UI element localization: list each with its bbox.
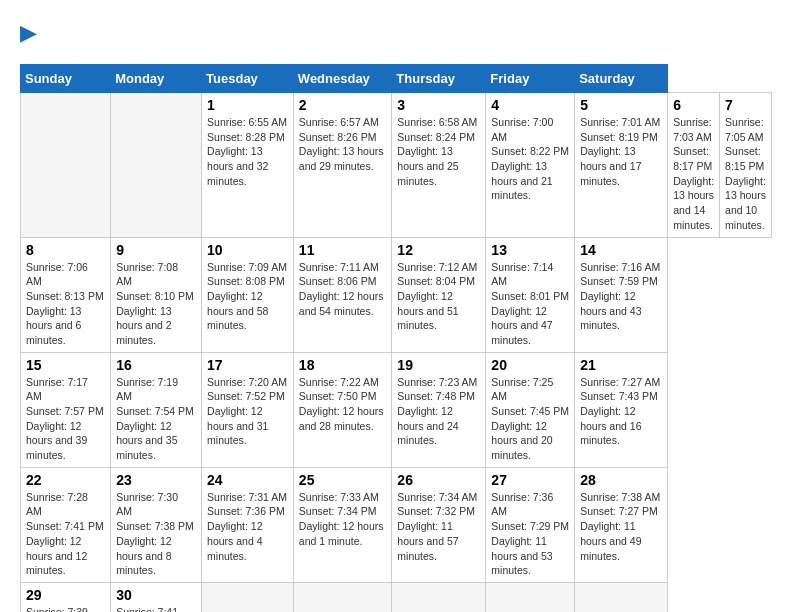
day-info: Sunrise: 7:41 AMSunset: 7:23 PMDaylight:… bbox=[116, 606, 194, 612]
calendar-day-cell bbox=[575, 582, 668, 612]
weekday-header-monday: Monday bbox=[111, 65, 202, 93]
day-number: 20 bbox=[491, 357, 569, 373]
calendar-day-cell: 10 Sunrise: 7:09 AMSunset: 8:08 PMDaylig… bbox=[202, 237, 294, 352]
logo: ▶ bbox=[20, 20, 52, 48]
day-info: Sunrise: 6:55 AMSunset: 8:28 PMDaylight:… bbox=[207, 116, 287, 187]
calendar-day-cell: 17 Sunrise: 7:20 AMSunset: 7:52 PMDaylig… bbox=[202, 352, 294, 467]
calendar-day-cell: 12 Sunrise: 7:12 AMSunset: 8:04 PMDaylig… bbox=[392, 237, 486, 352]
day-info: Sunrise: 7:14 AMSunset: 8:01 PMDaylight:… bbox=[491, 261, 569, 346]
day-info: Sunrise: 7:11 AMSunset: 8:06 PMDaylight:… bbox=[299, 261, 384, 317]
calendar-day-cell: 2 Sunrise: 6:57 AMSunset: 8:26 PMDayligh… bbox=[293, 93, 392, 238]
day-number: 1 bbox=[207, 97, 288, 113]
page-header: ▶ bbox=[20, 20, 772, 48]
calendar-day-cell: 13 Sunrise: 7:14 AMSunset: 8:01 PMDaylig… bbox=[486, 237, 575, 352]
day-number: 11 bbox=[299, 242, 387, 258]
calendar-day-cell: 5 Sunrise: 7:01 AMSunset: 8:19 PMDayligh… bbox=[575, 93, 668, 238]
day-info: Sunrise: 7:25 AMSunset: 7:45 PMDaylight:… bbox=[491, 376, 569, 461]
day-info: Sunrise: 7:08 AMSunset: 8:10 PMDaylight:… bbox=[116, 261, 194, 346]
day-info: Sunrise: 7:36 AMSunset: 7:29 PMDaylight:… bbox=[491, 491, 569, 576]
calendar-day-cell: 23 Sunrise: 7:30 AMSunset: 7:38 PMDaylig… bbox=[111, 467, 202, 582]
calendar-day-cell: 6 Sunrise: 7:03 AMSunset: 8:17 PMDayligh… bbox=[668, 93, 720, 238]
calendar-day-cell: 9 Sunrise: 7:08 AMSunset: 8:10 PMDayligh… bbox=[111, 237, 202, 352]
day-info: Sunrise: 7:01 AMSunset: 8:19 PMDaylight:… bbox=[580, 116, 660, 187]
calendar-week-row: 1 Sunrise: 6:55 AMSunset: 8:28 PMDayligh… bbox=[21, 93, 772, 238]
day-info: Sunrise: 7:28 AMSunset: 7:41 PMDaylight:… bbox=[26, 491, 104, 576]
day-info: Sunrise: 7:23 AMSunset: 7:48 PMDaylight:… bbox=[397, 376, 477, 447]
calendar-day-cell: 19 Sunrise: 7:23 AMSunset: 7:48 PMDaylig… bbox=[392, 352, 486, 467]
day-info: Sunrise: 7:20 AMSunset: 7:52 PMDaylight:… bbox=[207, 376, 287, 447]
day-number: 21 bbox=[580, 357, 662, 373]
day-info: Sunrise: 7:34 AMSunset: 7:32 PMDaylight:… bbox=[397, 491, 477, 562]
day-number: 6 bbox=[673, 97, 714, 113]
day-info: Sunrise: 6:58 AMSunset: 8:24 PMDaylight:… bbox=[397, 116, 477, 187]
day-info: Sunrise: 7:22 AMSunset: 7:50 PMDaylight:… bbox=[299, 376, 384, 432]
day-info: Sunrise: 7:31 AMSunset: 7:36 PMDaylight:… bbox=[207, 491, 287, 562]
day-number: 7 bbox=[725, 97, 766, 113]
calendar-table: SundayMondayTuesdayWednesdayThursdayFrid… bbox=[20, 64, 772, 612]
day-number: 17 bbox=[207, 357, 288, 373]
day-info: Sunrise: 7:09 AMSunset: 8:08 PMDaylight:… bbox=[207, 261, 287, 332]
calendar-day-cell: 11 Sunrise: 7:11 AMSunset: 8:06 PMDaylig… bbox=[293, 237, 392, 352]
calendar-day-cell: 1 Sunrise: 6:55 AMSunset: 8:28 PMDayligh… bbox=[202, 93, 294, 238]
calendar-day-cell: 22 Sunrise: 7:28 AMSunset: 7:41 PMDaylig… bbox=[21, 467, 111, 582]
calendar-day-cell: 3 Sunrise: 6:58 AMSunset: 8:24 PMDayligh… bbox=[392, 93, 486, 238]
weekday-header-friday: Friday bbox=[486, 65, 575, 93]
day-info: Sunrise: 7:19 AMSunset: 7:54 PMDaylight:… bbox=[116, 376, 194, 461]
calendar-day-cell: 15 Sunrise: 7:17 AMSunset: 7:57 PMDaylig… bbox=[21, 352, 111, 467]
day-number: 26 bbox=[397, 472, 480, 488]
weekday-header-wednesday: Wednesday bbox=[293, 65, 392, 93]
calendar-day-cell bbox=[202, 582, 294, 612]
day-number: 2 bbox=[299, 97, 387, 113]
calendar-day-cell: 24 Sunrise: 7:31 AMSunset: 7:36 PMDaylig… bbox=[202, 467, 294, 582]
weekday-header-row: SundayMondayTuesdayWednesdayThursdayFrid… bbox=[21, 65, 772, 93]
day-info: Sunrise: 7:06 AMSunset: 8:13 PMDaylight:… bbox=[26, 261, 104, 346]
day-number: 9 bbox=[116, 242, 196, 258]
day-info: Sunrise: 7:33 AMSunset: 7:34 PMDaylight:… bbox=[299, 491, 384, 547]
calendar-week-row: 29 Sunrise: 7:39 AMSunset: 7:25 PMDaylig… bbox=[21, 582, 772, 612]
day-number: 27 bbox=[491, 472, 569, 488]
day-number: 13 bbox=[491, 242, 569, 258]
calendar-day-cell: 16 Sunrise: 7:19 AMSunset: 7:54 PMDaylig… bbox=[111, 352, 202, 467]
calendar-day-cell: 18 Sunrise: 7:22 AMSunset: 7:50 PMDaylig… bbox=[293, 352, 392, 467]
day-number: 15 bbox=[26, 357, 105, 373]
day-number: 5 bbox=[580, 97, 662, 113]
calendar-day-cell bbox=[486, 582, 575, 612]
calendar-day-cell: 4 Sunrise: 7:00 AMSunset: 8:22 PMDayligh… bbox=[486, 93, 575, 238]
day-info: Sunrise: 7:38 AMSunset: 7:27 PMDaylight:… bbox=[580, 491, 660, 562]
day-info: Sunrise: 7:16 AMSunset: 7:59 PMDaylight:… bbox=[580, 261, 660, 332]
calendar-day-cell bbox=[21, 93, 111, 238]
day-number: 30 bbox=[116, 587, 196, 603]
day-number: 3 bbox=[397, 97, 480, 113]
day-number: 19 bbox=[397, 357, 480, 373]
calendar-day-cell bbox=[293, 582, 392, 612]
weekday-header-saturday: Saturday bbox=[575, 65, 668, 93]
day-info: Sunrise: 7:12 AMSunset: 8:04 PMDaylight:… bbox=[397, 261, 477, 332]
svg-text:▶: ▶ bbox=[20, 20, 37, 45]
day-info: Sunrise: 7:30 AMSunset: 7:38 PMDaylight:… bbox=[116, 491, 194, 576]
calendar-day-cell bbox=[111, 93, 202, 238]
day-info: Sunrise: 7:00 AMSunset: 8:22 PMDaylight:… bbox=[491, 116, 569, 201]
day-number: 8 bbox=[26, 242, 105, 258]
calendar-day-cell: 30 Sunrise: 7:41 AMSunset: 7:23 PMDaylig… bbox=[111, 582, 202, 612]
logo-icon: ▶ bbox=[20, 20, 48, 48]
day-number: 18 bbox=[299, 357, 387, 373]
day-number: 4 bbox=[491, 97, 569, 113]
weekday-header-tuesday: Tuesday bbox=[202, 65, 294, 93]
day-info: Sunrise: 7:03 AMSunset: 8:17 PMDaylight:… bbox=[673, 116, 714, 231]
day-info: Sunrise: 7:27 AMSunset: 7:43 PMDaylight:… bbox=[580, 376, 660, 447]
weekday-header-sunday: Sunday bbox=[21, 65, 111, 93]
day-number: 10 bbox=[207, 242, 288, 258]
day-number: 12 bbox=[397, 242, 480, 258]
calendar-week-row: 15 Sunrise: 7:17 AMSunset: 7:57 PMDaylig… bbox=[21, 352, 772, 467]
day-number: 22 bbox=[26, 472, 105, 488]
calendar-day-cell bbox=[392, 582, 486, 612]
calendar-day-cell: 21 Sunrise: 7:27 AMSunset: 7:43 PMDaylig… bbox=[575, 352, 668, 467]
day-number: 16 bbox=[116, 357, 196, 373]
weekday-header-thursday: Thursday bbox=[392, 65, 486, 93]
calendar-week-row: 8 Sunrise: 7:06 AMSunset: 8:13 PMDayligh… bbox=[21, 237, 772, 352]
day-number: 25 bbox=[299, 472, 387, 488]
calendar-day-cell: 7 Sunrise: 7:05 AMSunset: 8:15 PMDayligh… bbox=[720, 93, 772, 238]
calendar-day-cell: 26 Sunrise: 7:34 AMSunset: 7:32 PMDaylig… bbox=[392, 467, 486, 582]
day-number: 24 bbox=[207, 472, 288, 488]
day-number: 23 bbox=[116, 472, 196, 488]
